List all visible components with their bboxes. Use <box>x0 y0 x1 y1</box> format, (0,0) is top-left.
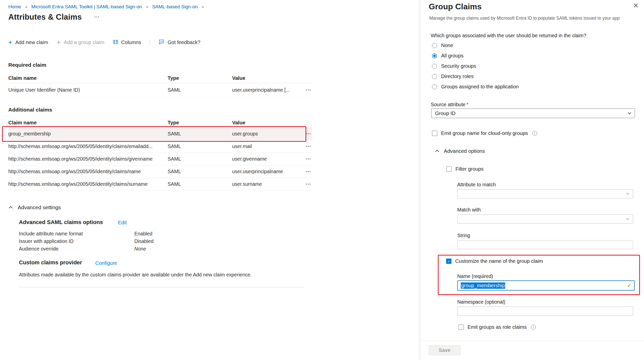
table-row[interactable]: http://schemas.xmlsoap.org/ws/2005/05/id… <box>8 165 312 178</box>
emit-roles-checkbox[interactable]: ✓ Emit groups as role claims i <box>458 324 536 330</box>
add-new-claim-label: Add new claim <box>15 40 48 45</box>
option-label: Issuer with application ID <box>19 238 134 244</box>
name-input[interactable]: group_membership ✓ <box>457 280 635 291</box>
add-group-claim-button[interactable]: + Add a group claim <box>57 40 104 45</box>
panel-subtitle: Manage the group claims used by Microsof… <box>429 16 620 21</box>
radio-label: Directory roles <box>441 74 474 79</box>
claim-value: user.givenname <box>232 156 300 162</box>
source-attribute-select[interactable]: Group ID <box>431 109 635 118</box>
close-icon[interactable]: × <box>633 1 638 10</box>
filter-groups-checkbox[interactable]: ✓ Filter groups <box>446 166 483 172</box>
option-row: Audience override None <box>19 245 154 253</box>
claim-name: http://schemas.xmlsoap.org/ws/2005/05/id… <box>8 169 168 174</box>
checkbox-label: Emit group name for cloud-only groups <box>441 130 528 136</box>
select-value: Group ID <box>435 111 455 116</box>
string-input[interactable] <box>457 240 633 249</box>
page-more-icon[interactable]: ••• <box>94 14 100 20</box>
source-attribute-label: Source attribute* <box>431 102 468 107</box>
advanced-options-toggle[interactable]: Advanced options <box>436 148 485 154</box>
attribute-to-match-select[interactable] <box>457 189 633 198</box>
row-more-icon[interactable]: ••• <box>305 168 312 175</box>
claim-name: http://schemas.xmlsoap.org/ws/2005/05/id… <box>8 181 168 187</box>
toolbar-divider <box>150 39 150 45</box>
claim-value: user.userprincipalname <box>232 169 300 174</box>
advanced-options-label: Advanced options <box>444 148 485 154</box>
chevron-down-icon <box>626 217 629 220</box>
row-more-icon[interactable]: ••• <box>305 131 312 137</box>
plus-icon: + <box>57 40 61 45</box>
radio-groups-assigned[interactable]: Groups assigned to the application <box>432 82 519 92</box>
required-asterisk: * <box>467 102 469 107</box>
table-row[interactable]: http://schemas.xmlsoap.org/ws/2005/05/id… <box>8 153 312 165</box>
command-bar: + Add new claim + Add a group claim Colu… <box>8 37 200 47</box>
page-title: Attributes & Claims <box>8 13 82 22</box>
checkbox-icon: ✓ <box>446 166 452 172</box>
table-row-group-membership[interactable]: group_membership SAML user.groups ••• <box>8 128 312 140</box>
columns-icon <box>113 40 118 45</box>
required-claims-table: Claim name Type Value Unique User Identi… <box>8 74 312 97</box>
additional-claims-table: Claim name Type Value group_membership S… <box>8 118 312 191</box>
match-with-select[interactable] <box>457 214 633 224</box>
table-row[interactable]: http://schemas.xmlsoap.org/ws/2005/05/id… <box>8 140 312 153</box>
add-new-claim-button[interactable]: + Add new claim <box>8 40 48 45</box>
group-claims-question: Which groups associated with the user sh… <box>431 33 586 39</box>
claim-type: SAML <box>168 143 232 149</box>
breadcrumb-home[interactable]: Home <box>8 4 21 9</box>
info-icon: i <box>532 131 537 136</box>
radio-label: Security groups <box>441 63 476 69</box>
chevron-up-icon <box>435 150 439 154</box>
string-label: String <box>457 233 470 238</box>
checkbox-icon: ✓ <box>446 259 451 264</box>
customize-name-checkbox[interactable]: ✓ Customize the name of the group claim <box>446 258 543 264</box>
radio-none[interactable]: None <box>432 40 519 51</box>
title-row: Attributes & Claims ••• <box>8 13 100 22</box>
chevron-down-icon <box>626 192 629 195</box>
option-value: None <box>134 246 154 252</box>
advanced-settings-label: Advanced settings <box>18 204 61 210</box>
add-group-claim-label: Add a group claim <box>64 40 104 45</box>
checkbox-label: Customize the name of the group claim <box>455 258 543 264</box>
configure-link[interactable]: Configure <box>95 260 117 266</box>
panel-title: Group Claims <box>429 2 482 11</box>
breadcrumb-app[interactable]: Microsoft Entra SAML Toolkit | SAML-base… <box>31 4 142 9</box>
namespace-input[interactable] <box>457 307 633 316</box>
edit-link[interactable]: Edit <box>118 220 127 226</box>
col-value: Value <box>232 120 300 126</box>
radio-directory-roles[interactable]: Directory roles <box>432 71 519 82</box>
claim-value: user.surname <box>232 181 300 187</box>
radio-label: None <box>441 43 453 48</box>
radio-icon <box>432 64 437 69</box>
emit-cloud-only-checkbox[interactable]: ✓ Emit group name for cloud-only groups … <box>432 130 537 136</box>
chevron-up-icon <box>9 206 13 210</box>
columns-button[interactable]: Columns <box>113 40 141 45</box>
table-row[interactable]: http://schemas.xmlsoap.org/ws/2005/05/id… <box>8 178 312 191</box>
row-more-icon[interactable]: ••• <box>305 156 312 162</box>
option-label: Include attribute name format <box>19 231 134 237</box>
claim-value: user.userprincipalname [... <box>232 87 300 93</box>
plus-icon: + <box>8 40 12 45</box>
breadcrumb-saml-signon[interactable]: SAML-based Sign-on <box>152 4 198 9</box>
claim-name: http://schemas.xmlsoap.org/ws/2005/05/id… <box>8 143 168 149</box>
table-row[interactable]: Unique User Identifier (Name ID) SAML us… <box>8 83 312 97</box>
feedback-button[interactable]: Got feedback? <box>159 39 200 46</box>
advanced-saml-options-heading: Advanced SAML claims options <box>19 219 103 226</box>
attribute-to-match-label: Attribute to match <box>457 182 496 188</box>
info-icon: i <box>531 325 536 330</box>
save-button[interactable]: Save <box>429 345 461 355</box>
row-more-icon[interactable]: ••• <box>305 87 312 93</box>
col-value: Value <box>232 75 300 81</box>
claim-type: SAML <box>168 87 232 93</box>
checkbox-icon: ✓ <box>458 325 464 330</box>
namespace-label: Namespace (optional) <box>457 299 505 305</box>
radio-all-groups[interactable]: All groups <box>432 51 519 61</box>
advanced-saml-options-list: Include attribute name format Enabled Is… <box>19 230 154 253</box>
radio-security-groups[interactable]: Security groups <box>432 61 519 71</box>
custom-claims-provider-heading: Custom claims provider <box>19 259 82 266</box>
row-more-icon[interactable]: ••• <box>305 181 312 188</box>
row-more-icon[interactable]: ••• <box>305 143 312 150</box>
feedback-icon <box>159 39 165 46</box>
screen: Home > Microsoft Entra SAML Toolkit | SA… <box>0 0 644 360</box>
custom-claims-provider-description: Attributes made available by the custom … <box>19 272 252 278</box>
advanced-settings-toggle[interactable]: Advanced settings <box>9 204 61 210</box>
col-type: Type <box>168 120 232 126</box>
